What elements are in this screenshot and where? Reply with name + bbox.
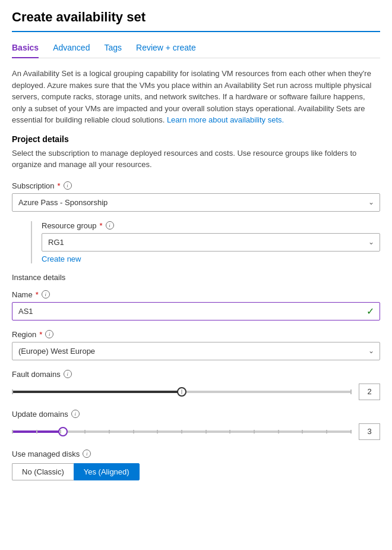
region-select[interactable]: (Europe) West Europe xyxy=(12,342,380,360)
name-valid-icon: ✓ xyxy=(366,306,374,317)
fault-domains-track xyxy=(12,391,352,393)
resource-group-info-icon[interactable]: i xyxy=(106,221,114,230)
subscription-label: Subscription * i xyxy=(12,181,380,190)
update-domains-fill xyxy=(12,430,63,433)
managed-disks-info-icon[interactable]: i xyxy=(83,450,91,458)
tab-bar: Basics Advanced Tags Review + create xyxy=(12,39,380,58)
update-domains-value: 3 xyxy=(359,423,380,440)
tab-basics[interactable]: Basics xyxy=(12,39,39,58)
subscription-field-group: Subscription * i Azure Pass - Sponsorshi… xyxy=(12,181,380,212)
name-field-group: Name * i ✓ xyxy=(12,290,380,320)
subscription-select[interactable]: Azure Pass - Sponsorship xyxy=(12,193,380,212)
region-select-wrapper: (Europe) West Europe ⌄ xyxy=(12,342,380,360)
subscription-select-wrapper: Azure Pass - Sponsorship ⌄ xyxy=(12,193,380,212)
fault-domains-fill xyxy=(12,391,182,393)
name-info-icon[interactable]: i xyxy=(42,290,50,298)
subscription-info-icon[interactable]: i xyxy=(64,181,72,190)
update-domains-slider-container xyxy=(12,426,352,438)
region-info-icon[interactable]: i xyxy=(45,330,53,338)
name-input-wrapper: ✓ xyxy=(12,302,380,320)
name-input[interactable] xyxy=(12,302,380,320)
update-domains-field-group: Update domains i xyxy=(12,410,380,440)
fault-domains-slider-row: 2 xyxy=(12,384,380,400)
fault-domains-slider-container xyxy=(12,386,352,398)
fault-domains-thumb[interactable] xyxy=(177,387,186,397)
managed-disks-toggle-group: No (Classic) Yes (Aligned) xyxy=(12,463,380,480)
update-domains-track xyxy=(12,430,352,433)
name-label: Name * i xyxy=(12,290,380,299)
instance-details-label: Instance details xyxy=(12,273,380,282)
fault-domains-value: 2 xyxy=(359,384,380,400)
region-field-group: Region * i (Europe) West Europe ⌄ xyxy=(12,330,380,360)
create-new-resource-group-link[interactable]: Create new xyxy=(42,254,81,263)
update-domains-slider-row: 3 xyxy=(12,423,380,440)
learn-more-link[interactable]: Learn more about availability sets. xyxy=(167,115,284,124)
page-title: Create availability set xyxy=(12,10,380,32)
managed-disks-label: Use managed disks i xyxy=(12,450,380,458)
project-details-description: Select the subscription to manage deploy… xyxy=(12,147,380,171)
resource-group-select-wrapper: RG1 ⌄ xyxy=(42,233,380,252)
update-domains-thumb[interactable] xyxy=(58,427,68,436)
resource-group-indent: Resource group * i RG1 ⌄ Create new xyxy=(31,221,380,263)
region-label: Region * i xyxy=(12,330,380,339)
update-domains-info-icon[interactable]: i xyxy=(71,410,80,418)
subscription-required: * xyxy=(58,181,61,190)
tab-review-create[interactable]: Review + create xyxy=(136,39,196,58)
managed-disks-no-button[interactable]: No (Classic) xyxy=(12,463,74,480)
update-domains-label: Update domains i xyxy=(12,410,380,419)
managed-disks-yes-button[interactable]: Yes (Aligned) xyxy=(74,463,140,480)
name-required: * xyxy=(36,290,39,299)
tab-tags[interactable]: Tags xyxy=(104,39,122,58)
tab-advanced[interactable]: Advanced xyxy=(53,39,90,58)
resource-group-required: * xyxy=(100,221,103,230)
region-required: * xyxy=(39,330,42,339)
resource-group-field-group: Resource group * i RG1 ⌄ Create new xyxy=(42,221,380,263)
fault-domains-label: Fault domains i xyxy=(12,370,380,379)
resource-group-select[interactable]: RG1 xyxy=(42,233,380,252)
fault-domains-info-icon[interactable]: i xyxy=(64,370,72,378)
managed-disks-field-group: Use managed disks i No (Classic) Yes (Al… xyxy=(12,450,380,480)
resource-group-label: Resource group * i xyxy=(42,221,380,230)
intro-description: An Availability Set is a logical groupin… xyxy=(12,68,380,126)
fault-domains-field-group: Fault domains i 2 xyxy=(12,370,380,400)
project-details-title: Project details xyxy=(12,134,380,144)
